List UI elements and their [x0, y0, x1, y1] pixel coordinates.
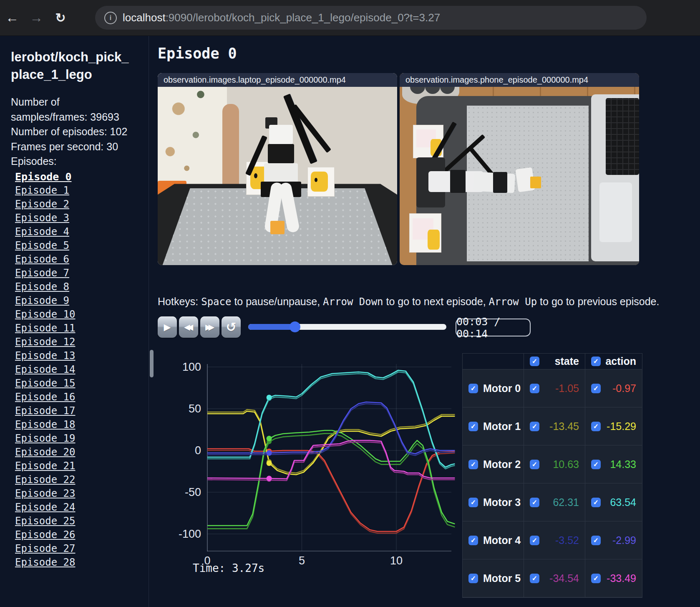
- sidebar-episode-link[interactable]: Episode 27: [15, 542, 149, 556]
- motor-checkbox[interactable]: ✓: [468, 498, 478, 507]
- motor-checkbox[interactable]: ✓: [530, 384, 539, 393]
- sidebar-episode-link[interactable]: Episode 23: [15, 487, 149, 501]
- phone-video[interactable]: observation.images.phone_episode_000000.…: [400, 73, 639, 265]
- robot-arm-upper: [269, 125, 293, 144]
- motor-checkbox[interactable]: ✓: [468, 384, 478, 393]
- sidebar-episode-link[interactable]: Episode 11: [15, 321, 149, 335]
- laptop-video-frame[interactable]: [158, 73, 397, 265]
- sidebar-episode-link[interactable]: Episode 10: [15, 308, 149, 321]
- sidebar-episode-link[interactable]: Episode 5: [15, 239, 149, 253]
- sidebar-episode-link[interactable]: Episode 1: [15, 184, 149, 197]
- state-column-checkbox[interactable]: ✓: [530, 357, 539, 366]
- sidebar-episode-link[interactable]: Episode 16: [15, 390, 149, 404]
- site-info-icon[interactable]: i: [104, 12, 117, 24]
- robot-arm-frame: [264, 163, 297, 182]
- seek-fill: [248, 324, 295, 330]
- rewind-button[interactable]: ◀◀: [179, 316, 198, 338]
- header-action-cell: ✓ action: [585, 354, 642, 369]
- motor-checkbox[interactable]: ✓: [468, 460, 478, 469]
- motor-checkbox[interactable]: ✓: [591, 498, 601, 507]
- sidebar-episode-link[interactable]: Episode 28: [15, 556, 149, 569]
- phone-video-frame[interactable]: [400, 73, 639, 265]
- action-value: -15.29: [607, 420, 636, 432]
- play-button[interactable]: ▶: [158, 316, 177, 338]
- motor-name: Motor 4: [483, 534, 521, 546]
- hotkey-key: Space: [201, 296, 231, 308]
- sidebar-episode-link[interactable]: Episode 26: [15, 528, 149, 542]
- sidebar-episode-link[interactable]: Episode 25: [15, 514, 149, 528]
- header-state-cell: ✓ state: [524, 354, 585, 369]
- sidebar-episode-link[interactable]: Episode 9: [15, 294, 149, 308]
- sidebar-episode-link[interactable]: Episode 19: [15, 432, 149, 445]
- svg-text:10: 10: [390, 554, 403, 567]
- loop-button[interactable]: ↺: [222, 316, 241, 338]
- svg-text:50: 50: [189, 402, 201, 415]
- back-icon[interactable]: ←: [0, 10, 24, 25]
- browser-toolbar: ← → ↻ i localhost:9090/lerobot/koch_pick…: [0, 0, 700, 36]
- sidebar-episode-link[interactable]: Episode 15: [15, 377, 149, 390]
- motor-checkbox[interactable]: ✓: [591, 460, 601, 469]
- state-value: -1.05: [555, 382, 579, 395]
- time-display: 00:03 / 00:14: [456, 319, 531, 336]
- hotkey-key: Arrow Up: [489, 296, 537, 308]
- svg-text:0: 0: [195, 444, 201, 457]
- motor-checkbox[interactable]: ✓: [591, 422, 601, 431]
- sidebar-episode-link[interactable]: Episode 0: [15, 170, 149, 184]
- video-filename: observation.images.phone_episode_000000.…: [405, 75, 588, 85]
- sidebar-episode-link[interactable]: Episode 24: [15, 501, 149, 514]
- motor-row: ✓Motor 3✓62.31✓63.54: [463, 483, 642, 521]
- sidebar-episode-link[interactable]: Episode 14: [15, 363, 149, 377]
- sidebar-episode-link[interactable]: Episode 17: [15, 404, 149, 418]
- sidebar-episode-link[interactable]: Episode 13: [15, 349, 149, 363]
- dataset-stat: Number of episodes: 102: [11, 124, 137, 139]
- sidebar-episode-link[interactable]: Episode 2: [15, 197, 149, 211]
- sidebar-episode-link[interactable]: Episode 4: [15, 225, 149, 239]
- motor-checkbox[interactable]: ✓: [468, 574, 478, 583]
- laptop-trackpad: [599, 182, 632, 242]
- episodes-label: Episodes:: [11, 155, 149, 167]
- reload-icon[interactable]: ↻: [48, 10, 73, 25]
- motor-checkbox[interactable]: ✓: [591, 536, 601, 545]
- motor-checkbox[interactable]: ✓: [530, 422, 539, 431]
- sidebar-episode-link[interactable]: Episode 20: [15, 445, 149, 459]
- motor-checkbox[interactable]: ✓: [530, 574, 539, 583]
- fast-forward-button[interactable]: ▶▶: [200, 316, 219, 338]
- orange-lego-brick: [270, 221, 285, 234]
- state-value: -13.45: [549, 420, 579, 432]
- sidebar-episode-link[interactable]: Episode 7: [15, 266, 149, 280]
- action-column-checkbox[interactable]: ✓: [591, 357, 601, 366]
- motor-checkbox[interactable]: ✓: [530, 460, 539, 469]
- sidebar-episode-link[interactable]: Episode 8: [15, 280, 149, 294]
- motor-chart-svg: 100500-50-1000510: [175, 351, 457, 572]
- motor-checkbox[interactable]: ✓: [591, 574, 601, 583]
- sidebar-episode-link[interactable]: Episode 22: [15, 473, 149, 487]
- hug-sticker: [311, 172, 327, 192]
- state-value: 10.63: [553, 458, 579, 470]
- motor-checkbox[interactable]: ✓: [591, 384, 601, 393]
- dataset-stat: Number of samples/frames: 39693: [11, 95, 137, 125]
- seek-slider[interactable]: [248, 321, 446, 332]
- state-value: -34.54: [549, 572, 579, 584]
- sidebar-episode-link[interactable]: Episode 21: [15, 459, 149, 473]
- video-title-bar: observation.images.phone_episode_000000.…: [400, 73, 639, 87]
- motor-checkbox[interactable]: ✓: [530, 536, 539, 545]
- sidebar-episode-link[interactable]: Episode 12: [15, 335, 149, 349]
- laptop-video[interactable]: observation.images.laptop_episode_000000…: [158, 73, 397, 265]
- motor-checkbox[interactable]: ✓: [530, 498, 539, 507]
- laptop-keyboard: [606, 98, 639, 175]
- sidebar-episode-link[interactable]: Episode 18: [15, 418, 149, 432]
- motor-name: Motor 1: [483, 420, 521, 432]
- motor-checkbox[interactable]: ✓: [468, 536, 478, 545]
- chart-time-label: Time: 3.27s: [193, 562, 264, 574]
- motor-checkbox[interactable]: ✓: [468, 422, 478, 431]
- url-path: :9090/lerobot/koch_pick_place_1_lego/epi…: [166, 11, 440, 24]
- robot-arm-motor: [493, 172, 507, 193]
- sidebar-episode-link[interactable]: Episode 6: [15, 253, 149, 266]
- sidebar-episode-link[interactable]: Episode 3: [15, 211, 149, 225]
- seek-thumb[interactable]: [290, 321, 300, 332]
- address-bar[interactable]: i localhost:9090/lerobot/koch_pick_place…: [95, 6, 647, 30]
- forward-icon[interactable]: →: [24, 10, 48, 25]
- robot-arm-motor: [450, 170, 466, 193]
- scrollbar-thumb[interactable]: [150, 350, 154, 377]
- dataset-stat: Frames per second: 30: [11, 139, 137, 154]
